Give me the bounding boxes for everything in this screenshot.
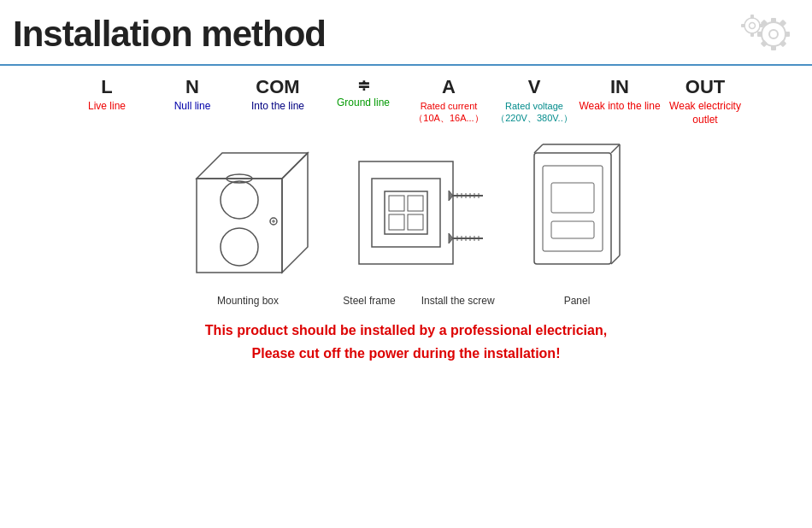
panel-svg	[521, 136, 633, 290]
diagram-area: Mounting box	[0, 132, 812, 307]
page-header: Installation method	[0, 0, 812, 66]
warning-line2: Please cut off the power during the inst…	[0, 342, 812, 365]
svg-rect-45	[408, 196, 423, 211]
svg-rect-26	[372, 179, 440, 247]
svg-rect-44	[389, 196, 404, 211]
svg-rect-47	[408, 214, 423, 230]
svg-point-1	[769, 30, 778, 38]
install-screw-label: Install the screw	[421, 295, 495, 307]
labels-row: L Live line N Null line COM Into the lin…	[0, 66, 812, 132]
label-COM: COM Into the line	[235, 76, 321, 114]
svg-rect-4	[785, 32, 790, 37]
label-IN: IN Weak into the line	[577, 76, 662, 114]
steel-frame-label: Steel frame	[343, 295, 395, 307]
svg-line-53	[611, 255, 620, 264]
label-A: A Rated current（10A、16A...）	[406, 76, 491, 125]
panel-item: Panel	[521, 136, 633, 307]
svg-line-52	[611, 144, 620, 153]
svg-rect-25	[359, 161, 453, 264]
svg-rect-7	[761, 40, 768, 47]
label-GND: ≑ Ground line	[321, 76, 406, 110]
mounting-box-item: Mounting box	[179, 136, 316, 307]
label-OUT: OUT Weak electricity outlet	[662, 76, 748, 126]
label-N: N Null line	[150, 76, 235, 114]
svg-rect-48	[534, 153, 611, 264]
svg-rect-50	[551, 183, 594, 213]
gear-icon	[731, 9, 799, 60]
steel-frame-item: Steel frame Install the screw	[342, 136, 496, 307]
steel-frame-svg	[342, 136, 496, 290]
svg-rect-27	[385, 191, 427, 234]
svg-rect-16	[197, 179, 282, 273]
svg-rect-46	[389, 214, 404, 230]
svg-rect-13	[750, 32, 754, 37]
svg-rect-6	[780, 20, 786, 26]
svg-point-20	[221, 228, 258, 266]
svg-rect-15	[741, 24, 745, 27]
svg-rect-14	[759, 24, 763, 27]
svg-point-19	[221, 181, 258, 219]
page-title: Installation method	[13, 14, 326, 55]
svg-rect-8	[780, 40, 786, 47]
warning-area: This product should be installed by a pr…	[0, 319, 812, 365]
svg-point-10	[744, 18, 760, 33]
warning-line1: This product should be installed by a pr…	[0, 319, 812, 342]
svg-point-11	[750, 23, 756, 29]
svg-rect-51	[551, 221, 594, 238]
mounting-box-label: Mounting box	[217, 295, 279, 307]
label-L: L Live line	[64, 76, 150, 114]
svg-marker-18	[282, 153, 308, 273]
svg-rect-12	[750, 15, 754, 19]
svg-rect-5	[757, 32, 762, 37]
svg-line-55	[534, 144, 543, 153]
panel-label: Panel	[564, 295, 591, 307]
svg-marker-17	[197, 153, 308, 179]
label-V: V Rated voltage（220V、380V..）	[491, 76, 577, 125]
mounting-box-svg	[179, 136, 316, 290]
svg-rect-3	[771, 45, 776, 50]
svg-rect-2	[771, 18, 776, 23]
